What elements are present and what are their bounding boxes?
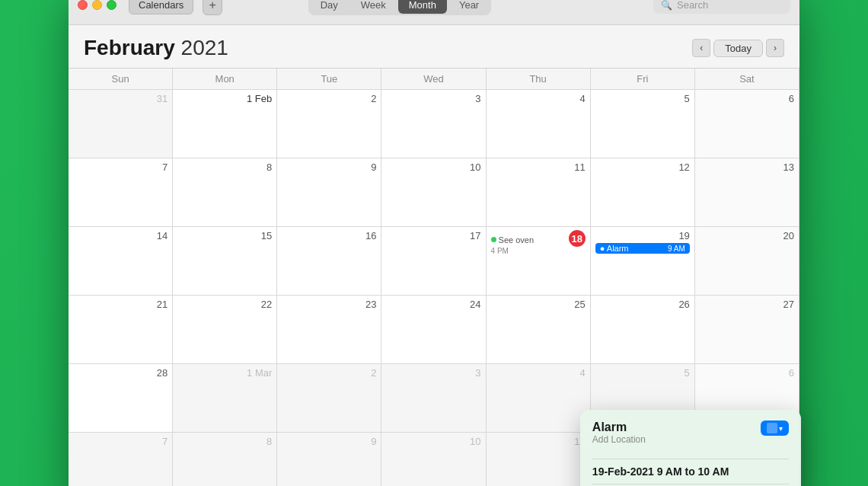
table-row[interactable]: 17 (381, 226, 486, 295)
table-row[interactable]: 12 (591, 158, 695, 226)
table-row[interactable]: 1 Feb (173, 89, 277, 158)
table-row[interactable]: 4 (487, 89, 591, 158)
popup-location[interactable]: Add Location (592, 434, 646, 445)
alarm-event[interactable]: ● Alarm 9 AM (595, 243, 690, 254)
nav-buttons: ‹ Today › (692, 39, 784, 57)
table-row[interactable]: 11 (487, 158, 591, 226)
table-row[interactable]: 2 (277, 89, 381, 158)
table-row[interactable]: 9 (277, 158, 381, 226)
table-row[interactable]: 28 (69, 363, 173, 432)
day-number: 31 (73, 93, 168, 104)
event-popup: Alarm Add Location ▾ 19-Feb-2021 9 AM to… (580, 410, 801, 486)
day-19[interactable]: 19 ● Alarm 9 AM Alarm Add Location ▾ (591, 226, 695, 295)
day-number: 10 (386, 436, 480, 447)
table-row[interactable]: 5 (591, 89, 695, 158)
year-value: 2021 (181, 36, 228, 59)
table-row[interactable]: 15 (173, 226, 277, 295)
tab-day[interactable]: Day (310, 0, 349, 14)
table-row[interactable]: 3 (381, 89, 486, 158)
table-row[interactable]: 25 (487, 295, 591, 363)
table-row[interactable]: 4 (487, 363, 591, 432)
alarm-event-label: ● Alarm (600, 244, 629, 253)
calendar-grid: Sun Mon Tue Wed Thu Fri Sat 31 1 Feb 2 3… (69, 68, 799, 486)
day-number: 9 (282, 161, 376, 173)
day-number: 3 (386, 93, 480, 104)
month-header: February 2021 ‹ Today › (69, 25, 799, 68)
today-button[interactable]: Today (713, 40, 763, 57)
day-number: 5 (595, 367, 690, 379)
table-row[interactable]: 23 (277, 295, 381, 363)
day-number: 21 (73, 299, 168, 310)
day-number: 6 (700, 93, 794, 104)
day-number: 13 (700, 161, 794, 173)
calendar-window: Calendars + Day Week Month Year 🔍 Search… (69, 0, 799, 486)
day-number: 2 (282, 367, 376, 379)
traffic-lights (78, 0, 116, 10)
day-number: 3 (386, 367, 480, 379)
day-number: 8 (177, 436, 272, 447)
table-row[interactable]: 13 (695, 158, 799, 226)
edit-icon (767, 423, 777, 433)
day-number: 14 (73, 230, 168, 241)
prev-month-button[interactable]: ‹ (692, 39, 710, 57)
calendars-button[interactable]: Calendars (129, 0, 193, 14)
next-month-button[interactable]: › (766, 39, 784, 57)
day-number: 4 (491, 93, 586, 104)
fullscreen-button[interactable] (107, 0, 116, 10)
day-header-sat: Sat (695, 69, 799, 89)
table-row[interactable]: 10 (381, 432, 486, 486)
table-row[interactable]: 8 (173, 158, 277, 226)
day-number: 8 (177, 161, 272, 173)
table-row[interactable]: 7 (69, 432, 173, 486)
table-row[interactable]: 20 (695, 226, 799, 295)
event-dot-icon (491, 237, 496, 242)
day-number: 27 (700, 299, 794, 310)
today-number: 18 (569, 230, 586, 247)
table-row[interactable]: 14 (69, 226, 173, 295)
search-bar[interactable]: 🔍 Search (653, 0, 790, 14)
day-number: 6 (700, 367, 794, 379)
table-row[interactable]: 2 (277, 363, 381, 432)
add-calendar-button[interactable]: + (203, 0, 222, 15)
tab-year[interactable]: Year (448, 0, 490, 14)
minimize-button[interactable] (92, 0, 102, 10)
day-number: 1 Mar (177, 367, 272, 379)
day-number: 5 (595, 93, 690, 104)
tab-week[interactable]: Week (350, 0, 397, 14)
search-placeholder: Search (677, 0, 708, 11)
table-row[interactable]: 21 (69, 295, 173, 363)
table-row[interactable]: 22 (173, 295, 277, 363)
day-header-wed: Wed (381, 69, 486, 89)
table-row[interactable]: 31 (69, 89, 173, 158)
event-label: See oven (499, 235, 534, 245)
day-number: 20 (700, 230, 794, 241)
day-number: 24 (386, 299, 480, 310)
table-row[interactable]: 6 (695, 89, 799, 158)
popup-title: Alarm (592, 420, 646, 434)
month-title: February 2021 (84, 36, 228, 60)
day-number: 12 (595, 161, 690, 173)
event-time: 4 PM (491, 247, 586, 255)
see-oven-event[interactable]: See oven (491, 235, 534, 245)
day-number: 16 (282, 230, 376, 241)
day-number: 22 (177, 299, 272, 310)
table-row[interactable]: 10 (381, 158, 486, 226)
table-row[interactable]: 27 (695, 295, 799, 363)
day-number: 1 Feb (177, 93, 272, 104)
table-row[interactable]: 26 (591, 295, 695, 363)
day-18[interactable]: 18 See oven 4 PM (487, 226, 591, 295)
day-number: 11 (491, 436, 586, 447)
table-row[interactable]: 9 (277, 432, 381, 486)
table-row[interactable]: 7 (69, 158, 173, 226)
day-number: 15 (177, 230, 272, 241)
day-number: 23 (282, 299, 376, 310)
table-row[interactable]: 24 (381, 295, 486, 363)
table-row[interactable]: 11 (487, 432, 591, 486)
table-row[interactable]: 16 (277, 226, 381, 295)
table-row[interactable]: 8 (173, 432, 277, 486)
table-row[interactable]: 3 (381, 363, 486, 432)
tab-month[interactable]: Month (398, 0, 447, 14)
close-button[interactable] (78, 0, 88, 10)
popup-edit-button[interactable]: ▾ (761, 420, 789, 436)
table-row[interactable]: 1 Mar (173, 363, 277, 432)
